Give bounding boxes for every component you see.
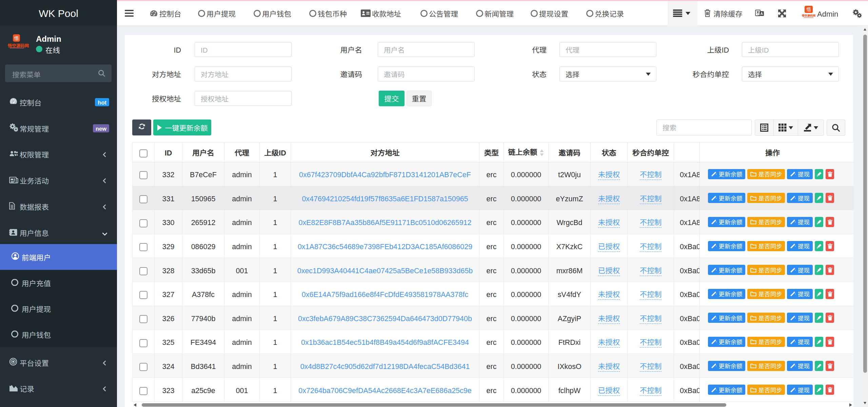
- svg-text:A: A: [761, 11, 763, 15]
